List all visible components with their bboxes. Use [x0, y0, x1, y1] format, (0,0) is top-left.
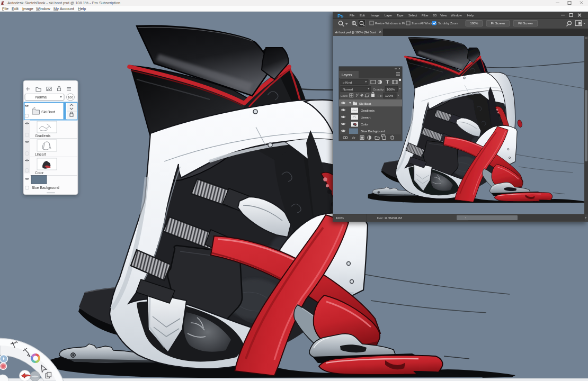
svg-text:View: View — [440, 14, 447, 17]
svg-text:Select: Select — [408, 14, 417, 17]
svg-text:100: 100 — [68, 96, 74, 99]
svg-text:Filter: Filter — [422, 14, 429, 17]
svg-text:My Account: My Account — [54, 6, 75, 11]
svg-text:Help: Help — [467, 14, 474, 17]
svg-text:Layers: Layers — [342, 73, 352, 77]
svg-text:Gradients: Gradients — [35, 134, 51, 138]
svg-text:Fill:: Fill: — [378, 94, 383, 97]
svg-text:Ski Boot: Ski Boot — [41, 110, 55, 114]
svg-text:File: File — [350, 14, 354, 17]
svg-text:Window: Window — [451, 14, 462, 17]
svg-text:Type: Type — [397, 14, 404, 17]
svg-text:Normal: Normal — [343, 88, 353, 91]
svg-text:Color: Color — [35, 171, 44, 175]
svg-text:Image: Image — [371, 14, 379, 17]
svg-text:Fill Screen: Fill Screen — [518, 22, 532, 25]
svg-text:100%: 100% — [387, 88, 395, 91]
svg-text:Autodesk SketchBook - ski bo: Autodesk SketchBook - ski boot.psd @ 108… — [7, 1, 120, 5]
svg-text:Layer: Layer — [385, 14, 393, 17]
svg-text:Gradients: Gradients — [361, 109, 375, 112]
svg-text:Normal: Normal — [35, 95, 48, 99]
svg-text:Lock:: Lock: — [341, 94, 349, 97]
svg-text:Lineart: Lineart — [35, 152, 46, 156]
svg-text:Blue Background: Blue Background — [32, 186, 59, 190]
svg-text:Ski Boot: Ski Boot — [359, 102, 371, 105]
svg-text:Blue Background: Blue Background — [361, 130, 385, 133]
svg-text:Opacity:: Opacity: — [373, 88, 385, 91]
svg-text:3D: 3D — [433, 14, 436, 17]
svg-text:100%: 100% — [470, 22, 478, 25]
svg-text:Fit Screen: Fit Screen — [491, 22, 505, 25]
svg-text:100%: 100% — [336, 216, 344, 220]
svg-text:Window: Window — [36, 6, 50, 11]
svg-text:Lineart: Lineart — [361, 116, 371, 119]
svg-text:fx: fx — [352, 136, 355, 140]
svg-text:Image: Image — [22, 6, 33, 11]
svg-text:Ps: Ps — [337, 13, 344, 19]
svg-text:Edit: Edit — [12, 6, 19, 11]
svg-text:Doc: 11.5M/28.7M: Doc: 11.5M/28.7M — [377, 216, 402, 220]
svg-text:File: File — [2, 6, 8, 11]
svg-text:Help: Help — [78, 6, 86, 11]
svg-text:Scrubby Zoom: Scrubby Zoom — [438, 22, 458, 25]
svg-text:100%: 100% — [385, 94, 394, 97]
svg-text:Color: Color — [361, 123, 368, 126]
svg-text:Resize Windows to Fit: Resize Windows to Fit — [375, 22, 406, 25]
svg-text:ρ Kind: ρ Kind — [343, 81, 352, 84]
svg-text:ski boot.psd @ 100% (Ski Boot: ski boot.psd @ 100% (Ski Boot — [335, 31, 376, 34]
svg-text:Edit: Edit — [360, 14, 365, 17]
